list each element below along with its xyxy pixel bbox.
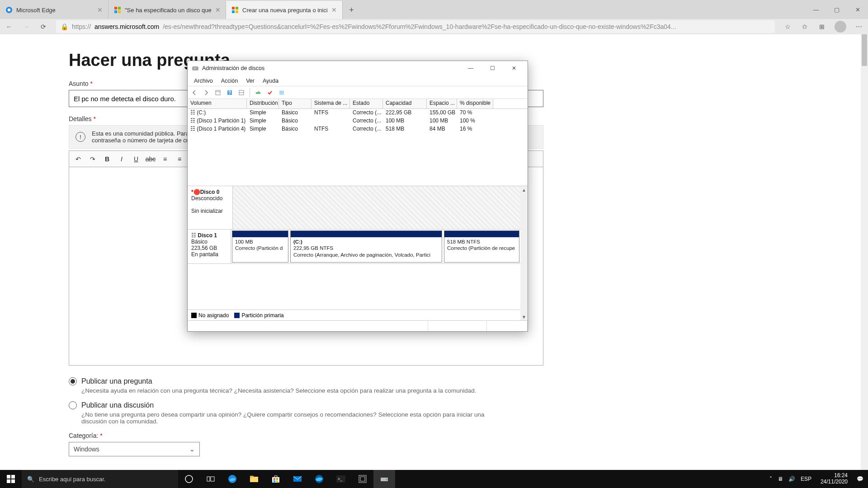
th-espacio[interactable]: Espacio ... xyxy=(427,99,457,108)
mail-icon[interactable] xyxy=(287,470,308,488)
edge-app-icon[interactable] xyxy=(222,470,243,488)
url-host: answers.microsoft.com xyxy=(94,23,159,30)
tool-help[interactable]: ? xyxy=(225,88,235,98)
window-close[interactable]: ✕ xyxy=(847,0,868,19)
diskmgmt-taskbar-icon[interactable] xyxy=(373,470,395,488)
tab-close[interactable]: ✕ xyxy=(331,6,337,14)
favorites-bar-button[interactable]: ✩ xyxy=(800,22,809,31)
menu-accion[interactable]: Acción xyxy=(217,77,242,85)
svg-point-44 xyxy=(386,479,387,480)
th-capacidad[interactable]: Capacidad xyxy=(383,99,427,108)
tab-1[interactable]: "Se ha especificado un disco que ✕ xyxy=(108,1,226,19)
bold-button[interactable]: B xyxy=(101,153,113,165)
th-estado[interactable]: Estado xyxy=(350,99,383,108)
menu-ayuda[interactable]: Ayuda xyxy=(259,77,282,85)
menu-button[interactable]: ⋯ xyxy=(854,22,863,31)
th-sistema[interactable]: Sistema de ... xyxy=(311,99,350,108)
settings-icon[interactable] xyxy=(352,470,373,488)
th-disponible[interactable]: % disponible xyxy=(457,99,493,108)
lock-icon: 🔒 xyxy=(61,23,68,30)
th-tipo[interactable]: Tipo xyxy=(279,99,311,108)
align-center-button[interactable]: ≡ xyxy=(173,153,186,165)
radio-question-desc: ¿Necesita ayuda en relación con una preg… xyxy=(81,387,511,394)
radio-question[interactable] xyxy=(69,377,77,385)
radio-discussion[interactable] xyxy=(69,401,77,409)
cortana-icon[interactable] xyxy=(178,470,200,488)
tool-list[interactable] xyxy=(277,88,287,98)
legend-swatch-primary xyxy=(234,313,240,318)
redo-button[interactable]: ↷ xyxy=(86,153,99,165)
store-icon[interactable] xyxy=(265,470,287,488)
dm-table-header: Volumen Distribución Tipo Sistema de ...… xyxy=(188,99,528,109)
tab-close[interactable]: ✕ xyxy=(215,6,221,14)
dm-maximize[interactable]: ☐ xyxy=(483,62,501,74)
tool-forward[interactable] xyxy=(201,88,211,98)
svg-point-11 xyxy=(196,68,197,69)
favorite-button[interactable]: ☆ xyxy=(783,22,792,31)
th-volumen[interactable]: Volumen xyxy=(188,99,247,108)
taskbar: 🔍 Escribe aquí para buscar. >_ ˄ 🖥 🔊 ESP… xyxy=(0,470,868,488)
info-icon: ! xyxy=(75,132,85,142)
dm-title: Administración de discos xyxy=(202,65,458,71)
disk0-row[interactable]: *🛑Disco 0 Desconocido Sin inicializar xyxy=(188,186,520,230)
tool-view2[interactable] xyxy=(236,88,246,98)
ms-favicon xyxy=(231,6,239,14)
network-icon[interactable]: 🖥 xyxy=(778,476,783,482)
volume-icon[interactable]: 🔊 xyxy=(788,476,795,482)
dm-minimize[interactable]: — xyxy=(462,62,480,74)
underline-button[interactable]: U xyxy=(130,153,142,165)
tool-action[interactable] xyxy=(253,88,263,98)
categoria-select[interactable]: Windows ⌄ xyxy=(69,442,200,456)
dm-titlebar[interactable]: Administración de discos — ☐ ✕ xyxy=(188,61,528,75)
svg-rect-21 xyxy=(279,94,284,94)
menu-ver[interactable]: Ver xyxy=(242,77,258,85)
clock[interactable]: 16:24 24/11/2020 xyxy=(817,473,851,485)
page-scrollbar[interactable] xyxy=(861,34,868,488)
address-bar[interactable]: 🔒 https://answers.microsoft.com/es-es/ne… xyxy=(56,20,775,33)
tab-2[interactable]: Crear una nueva pregunta o inici ✕ xyxy=(226,1,343,19)
undo-button[interactable]: ↶ xyxy=(72,153,85,165)
disk1-row[interactable]: ☷ Disco 1 Básico 223,56 GB En pantalla 1… xyxy=(188,230,520,264)
edge2-icon[interactable] xyxy=(308,470,330,488)
svg-rect-20 xyxy=(279,92,284,93)
taskbar-search[interactable]: 🔍 Escribe aquí para buscar. xyxy=(22,470,178,488)
table-row[interactable]: ☷ (Disco 1 Partición 1)SimpleBásicoCorre… xyxy=(188,117,528,125)
dm-table-body[interactable]: ☷ (C:)SimpleBásicoNTFSCorrecto (...222,9… xyxy=(188,109,528,186)
window-maximize[interactable]: ▢ xyxy=(826,0,847,19)
back-button[interactable]: ← xyxy=(5,22,14,31)
partition[interactable]: 100 MBCorrecto (Partición d xyxy=(232,230,288,263)
table-row[interactable]: ☷ (C:)SimpleBásicoNTFSCorrecto (...222,9… xyxy=(188,109,528,117)
dm-scrollbar[interactable]: ▲▼ xyxy=(520,186,528,320)
partition[interactable]: (C:)222,95 GB NTFSCorrecto (Arranque, Ar… xyxy=(290,230,442,263)
partition[interactable]: 518 MB NTFSCorrecto (Partición de recupe xyxy=(444,230,519,263)
collections-button[interactable]: ⊞ xyxy=(817,22,826,31)
tray-chevron[interactable]: ˄ xyxy=(769,476,772,482)
tool-view1[interactable] xyxy=(213,88,223,98)
explorer-icon[interactable] xyxy=(243,470,265,488)
disk0-label: *🛑Disco 0 Desconocido Sin inicializar xyxy=(188,186,233,229)
profile-button[interactable] xyxy=(835,21,846,33)
tab-0[interactable]: Microsoft Edge ✕ xyxy=(0,1,108,19)
taskview-icon[interactable] xyxy=(200,470,222,488)
italic-button[interactable]: I xyxy=(115,153,128,165)
refresh-button[interactable]: ⟳ xyxy=(39,22,48,31)
cmd-icon[interactable]: >_ xyxy=(330,470,352,488)
start-button[interactable] xyxy=(0,470,22,488)
dm-close[interactable]: ✕ xyxy=(505,62,523,74)
align-left-button[interactable]: ≡ xyxy=(159,153,171,165)
svg-rect-35 xyxy=(274,480,275,482)
tool-back[interactable] xyxy=(189,88,199,98)
menu-archivo[interactable]: Archivo xyxy=(190,77,217,85)
window-minimize[interactable]: — xyxy=(806,0,826,19)
strike-button[interactable]: abc xyxy=(144,153,157,165)
tab-close[interactable]: ✕ xyxy=(97,6,103,14)
table-row[interactable]: ☷ (Disco 1 Partición 4)SimpleBásicoNTFSC… xyxy=(188,125,528,133)
lang-indicator[interactable]: ESP xyxy=(801,476,811,482)
tab-strip: Microsoft Edge ✕ "Se ha especificado un … xyxy=(0,0,868,19)
new-tab-button[interactable]: + xyxy=(343,1,361,19)
browser-chrome: Microsoft Edge ✕ "Se ha especificado un … xyxy=(0,0,868,34)
tool-check[interactable] xyxy=(265,88,275,98)
svg-rect-23 xyxy=(11,475,15,479)
th-distribucion[interactable]: Distribución xyxy=(247,99,279,108)
action-center-icon[interactable]: 💬 xyxy=(857,476,863,482)
